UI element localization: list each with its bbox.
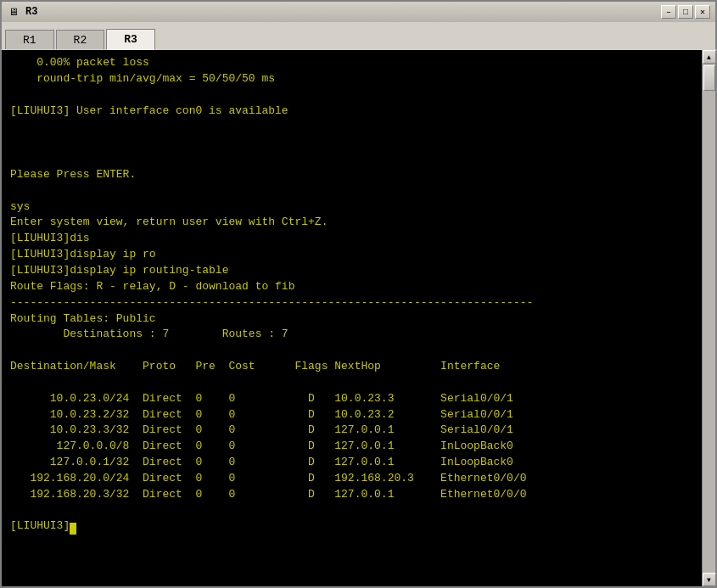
scrollbar: ▲ ▼	[702, 50, 715, 586]
main-window: 0.00% packet loss round-trip min/avg/max…	[0, 49, 717, 588]
scroll-down-button[interactable]: ▼	[703, 573, 716, 586]
scroll-track	[703, 64, 715, 573]
tab-r3[interactable]: R3	[106, 29, 155, 50]
title-bar-left: 🖥 R3	[7, 5, 37, 19]
close-button[interactable]: ✕	[695, 5, 710, 19]
terminal-cursor	[70, 523, 76, 535]
tabs-bar: R1 R2 R3	[0, 22, 717, 49]
window-title: R3	[25, 6, 37, 18]
tab-r1[interactable]: R1	[5, 30, 54, 50]
minimize-button[interactable]: –	[661, 5, 676, 19]
tab-r2[interactable]: R2	[56, 30, 105, 50]
title-bar: 🖥 R3 – □ ✕	[0, 0, 717, 22]
maximize-button[interactable]: □	[678, 5, 693, 19]
terminal-output[interactable]: 0.00% packet loss round-trip min/avg/max…	[2, 50, 702, 586]
app-icon: 🖥	[7, 5, 20, 19]
scroll-up-button[interactable]: ▲	[703, 50, 716, 64]
window-controls: – □ ✕	[661, 5, 710, 19]
scroll-thumb[interactable]	[703, 65, 715, 91]
